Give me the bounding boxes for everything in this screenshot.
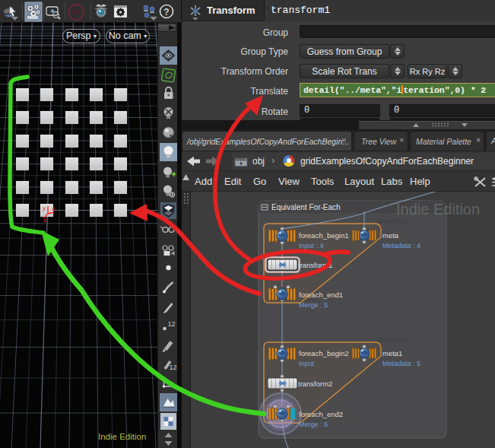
svg-text:Block Begin: Block Begin [378, 218, 410, 224]
svg-text:12: 12 [170, 364, 177, 371]
svg-text:z: z [43, 217, 46, 224]
svg-text:?: ? [163, 7, 169, 17]
svg-text:x: x [52, 205, 55, 212]
svg-text:Equivalent For-Each: Equivalent For-Each [271, 203, 341, 211]
svg-text:Block Begin: Block Begin [378, 336, 410, 343]
svg-text:12: 12 [168, 320, 176, 328]
svg-text:y: y [43, 205, 46, 211]
